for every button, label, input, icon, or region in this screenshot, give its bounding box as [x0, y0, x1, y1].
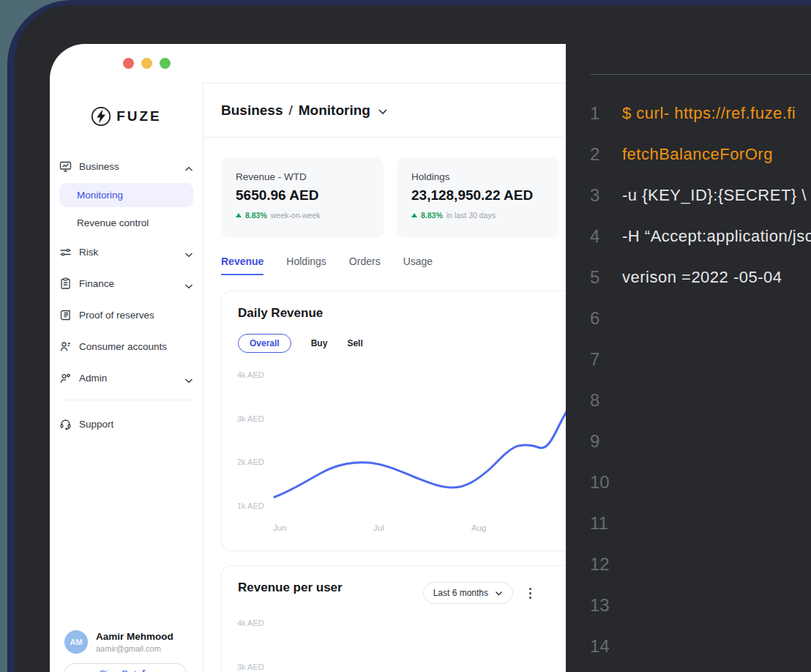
code-text: -u {KEY_ID}:{SECRET} \ — [622, 186, 807, 205]
sidebar-nav: Business Monitoring Revenue control — [50, 155, 203, 435]
sidebar-item-admin[interactable]: Admin — [59, 367, 193, 389]
line-number: 2 — [590, 144, 622, 165]
x-axis-tick: Aug — [471, 523, 486, 532]
avatar[interactable]: AM — [64, 630, 88, 654]
code-line: 8 — [590, 380, 811, 421]
code-line: 9 — [590, 421, 811, 462]
line-number: 4 — [590, 226, 622, 247]
code-line: 12 — [590, 544, 811, 585]
document-icon — [59, 309, 72, 321]
chart-title: Revenue per user — [238, 580, 343, 595]
lightning-bolt-icon — [91, 106, 111, 127]
sidebar-item-revenue-control[interactable]: Revenue control — [59, 212, 193, 234]
daily-revenue-line-chart — [222, 291, 566, 552]
y-axis-tick: 4k AED — [237, 370, 264, 379]
clipboard-icon — [59, 277, 72, 290]
line-number: 5 — [590, 267, 622, 288]
minimize-window-icon[interactable] — [141, 58, 152, 69]
chevron-down-icon — [184, 249, 193, 255]
chart-title: Daily Revenue — [238, 306, 323, 321]
sidebar-subitem-label: Monitoring — [77, 190, 123, 201]
kebab-menu-icon[interactable] — [526, 585, 534, 602]
headset-icon — [59, 418, 72, 430]
line-number: 12 — [590, 554, 622, 575]
line-number: 1 — [590, 103, 622, 124]
sidebar-item-risk[interactable]: Risk — [59, 241, 193, 263]
tab-usage[interactable]: Usage — [403, 255, 433, 275]
y-axis-tick: 3k AED — [237, 662, 264, 671]
sidebar-item-consumer-accounts[interactable]: Consumer accounts — [59, 335, 193, 357]
code-text: verison =2022 -05-04 — [622, 268, 782, 287]
sidebar-item-label: Admin — [79, 373, 107, 384]
line-number: 11 — [590, 513, 622, 534]
line-number: 9 — [590, 431, 622, 452]
code-line: 1 $ curl- https://ref.fuze.fi — [590, 93, 811, 134]
sidebar-item-support[interactable]: Support — [59, 413, 193, 435]
user-list-icon — [59, 340, 72, 353]
filter-buy[interactable]: Buy — [311, 338, 328, 348]
sidebar-subitem-label: Revenue control — [77, 217, 149, 228]
section-tabs: Revenue Holdings Orders Usage — [221, 255, 566, 275]
sliders-icon — [59, 246, 72, 258]
sign-out-label: Sign Out — [100, 668, 137, 672]
user-email: aamir@gmail.com — [96, 644, 173, 653]
code-line: 13 — [590, 585, 811, 626]
chevron-down-icon — [184, 375, 193, 381]
x-axis-tick: Jul — [373, 523, 384, 532]
stat-delta-percent: 8.83% — [245, 211, 267, 220]
code-line: 5 verison =2022 -05-04 — [590, 257, 811, 298]
sidebar: FUZE Business — [50, 83, 203, 672]
line-number: 13 — [590, 595, 622, 616]
code-line: 14 — [590, 626, 811, 667]
stat-delta-note: week-on-week — [271, 211, 321, 220]
monitor-chart-icon — [59, 160, 72, 173]
close-window-icon[interactable] — [123, 58, 134, 69]
stat-card-revenue-wtd: Revenue - WTD 5650.96 AED 8.83% week-on-… — [221, 157, 384, 238]
date-range-dropdown[interactable]: Last 6 months — [423, 582, 513, 604]
stat-delta-percent: 8.83% — [421, 211, 443, 220]
revenue-per-user-card: Revenue per user Last 6 months 4k AED 3k… — [221, 565, 566, 672]
browser-window: FUZE Business — [50, 44, 566, 672]
stat-value: 5650.96 AED — [236, 187, 369, 204]
sidebar-item-label: Support — [79, 419, 113, 430]
breadcrumb-current: Monitoring — [299, 102, 370, 119]
breadcrumb: Business / Monitoring — [203, 83, 566, 138]
sidebar-item-business[interactable]: Business — [59, 155, 193, 177]
tab-holdings[interactable]: Holdings — [286, 255, 326, 275]
breadcrumb-root[interactable]: Business — [221, 102, 283, 119]
sidebar-item-label: Business — [79, 161, 119, 172]
date-range-label: Last 6 months — [433, 588, 488, 598]
code-line: 2 fetchBalanceForOrg — [590, 134, 811, 175]
x-axis-tick: Jun — [273, 523, 287, 532]
up-triangle-icon — [411, 213, 417, 217]
daily-revenue-card: Daily Revenue Overall Buy Sell 4k AED 3k… — [221, 291, 566, 551]
filter-sell[interactable]: Sell — [347, 338, 362, 348]
user-block: AM Aamir Mehmood aamir@gmail.com Sign Ou… — [50, 630, 203, 672]
sign-out-button[interactable]: Sign Out — [64, 663, 187, 672]
maximize-window-icon[interactable] — [160, 58, 171, 69]
sidebar-item-monitoring[interactable]: Monitoring — [59, 183, 193, 207]
code-text: $ curl- https://ref.fuze.fi — [622, 104, 796, 123]
line-number: 10 — [590, 472, 622, 493]
window-titlebar — [50, 44, 566, 83]
brand-name: FUZE — [116, 108, 162, 124]
line-number: 3 — [590, 185, 622, 206]
tab-orders[interactable]: Orders — [349, 255, 381, 275]
brand-logo: FUZE — [50, 102, 203, 131]
filter-overall-pill[interactable]: Overall — [238, 334, 291, 353]
line-number: 6 — [590, 308, 622, 329]
log-out-icon — [141, 669, 152, 672]
sidebar-item-proof-of-reserves[interactable]: Proof of reserves — [59, 304, 193, 326]
line-number: 7 — [590, 349, 622, 370]
y-axis-tick: 3k AED — [237, 414, 264, 423]
sidebar-item-finance[interactable]: Finance — [59, 272, 193, 294]
chevron-down-icon — [495, 591, 503, 596]
line-number: 8 — [590, 390, 622, 411]
tab-revenue[interactable]: Revenue — [221, 255, 264, 275]
sidebar-item-label: Risk — [79, 247, 98, 258]
chevron-down-icon[interactable] — [378, 108, 388, 115]
stat-value: 23,128,950.22 AED — [411, 187, 545, 204]
code-line: 11 — [590, 503, 811, 544]
code-text: fetchBalanceForOrg — [622, 145, 773, 164]
sidebar-divider — [61, 400, 192, 400]
